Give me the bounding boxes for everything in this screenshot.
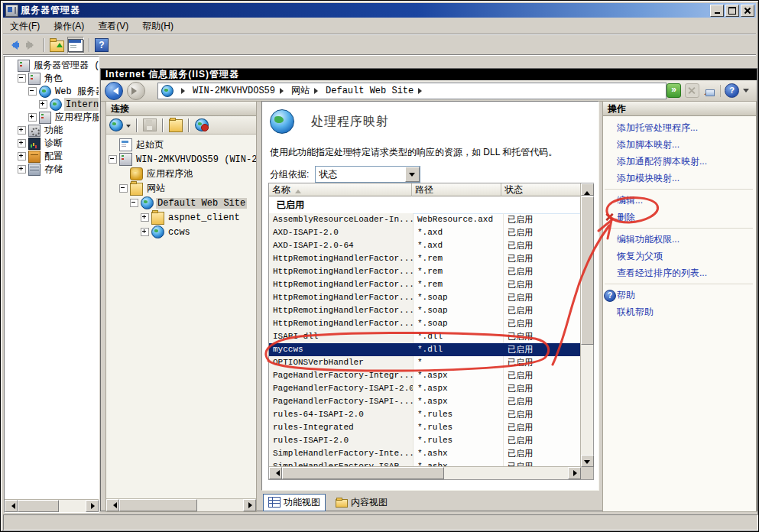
tree-item[interactable]: 网站 [106, 181, 256, 196]
delete-x-icon[interactable] [604, 212, 615, 222]
collapse-icon[interactable] [109, 155, 117, 164]
collapse-icon[interactable] [119, 184, 128, 193]
chevron-down-icon[interactable] [126, 125, 131, 130]
scroll-right-button[interactable] [568, 467, 581, 479]
tree-item[interactable]: WIN-2MKVHVDOS59 (WIN-2MKVH [106, 152, 256, 167]
tree-item[interactable]: 应用程序服务器 [5, 111, 99, 124]
tree-item[interactable]: Internet 信息服务(IIS) [5, 98, 99, 111]
tree-item[interactable]: 角色 [5, 72, 99, 85]
handler-row[interactable]: HttpRemotingHandlerFactor...*.soap已启用 [269, 304, 581, 317]
collapse-icon[interactable] [28, 87, 37, 96]
scroll-thumb[interactable] [119, 499, 197, 511]
connect-globe-icon[interactable] [109, 118, 123, 131]
scroll-left-button[interactable] [106, 499, 119, 511]
action-link[interactable]: 编辑... [617, 195, 643, 206]
tree-item[interactable]: aspnet_client [106, 210, 256, 225]
nav-back-button[interactable] [105, 82, 123, 100]
expand-icon[interactable] [18, 126, 26, 135]
action-link[interactable]: 添加脚本映射... [617, 139, 680, 150]
handler-row[interactable]: PageHandlerFactory-ISAPI-2.0*.aspx已启用 [269, 382, 581, 395]
scroll-thumb[interactable] [581, 196, 594, 345]
menu-item-file[interactable]: 文件(F) [3, 18, 47, 34]
breadcrumb[interactable]: WIN-2MKVHVDOS59网站Default Web Site [157, 83, 667, 99]
minimize-button[interactable] [710, 5, 724, 17]
tree-item[interactable]: 服务器管理器 (W [5, 59, 99, 72]
action-link[interactable]: 帮助 [617, 290, 635, 300]
scroll-left-button[interactable] [5, 500, 18, 512]
scroll-up-button[interactable] [581, 183, 594, 196]
tab-features-view[interactable]: 功能视图 [263, 494, 326, 511]
scroll-left-button[interactable] [269, 467, 282, 479]
disc-globe-icon[interactable] [195, 118, 209, 131]
chevron-down-icon[interactable] [743, 89, 749, 96]
expand-icon[interactable] [18, 165, 26, 174]
menu-item-action[interactable]: 操作(A) [47, 18, 91, 34]
connections-hscrollbar[interactable] [106, 498, 256, 511]
collapse-icon[interactable] [130, 199, 138, 207]
handler-row[interactable]: HttpRemotingHandlerFactor...*.soap已启用 [269, 291, 581, 304]
handler-row[interactable]: HttpRemotingHandlerFactor...*.rem已启用 [269, 252, 581, 265]
expand-icon[interactable] [141, 213, 149, 222]
console-window-icon[interactable] [67, 37, 84, 54]
breadcrumb-item[interactable]: 网站 [291, 84, 310, 97]
handler-row[interactable]: HttpRemotingHandlerFactor...*.rem已启用 [269, 265, 581, 278]
action-link[interactable]: 删除 [617, 212, 635, 222]
menu-item-view[interactable]: 查看(V) [91, 18, 135, 34]
tree-item[interactable]: 存储 [5, 163, 99, 176]
expand-icon[interactable] [39, 100, 47, 109]
menu-item-help[interactable]: 帮助(H) [135, 18, 180, 34]
stop-icon[interactable] [685, 83, 699, 98]
column-header-path[interactable]: 路径 [412, 183, 501, 196]
column-header-state[interactable]: 状态 [501, 183, 581, 196]
breadcrumb-item[interactable]: Default Web Site [326, 86, 414, 96]
expand-icon[interactable] [18, 139, 26, 148]
handler-row[interactable]: HttpRemotingHandlerFactor...*.soap已启用 [269, 317, 581, 330]
restart-icon[interactable] [667, 83, 681, 98]
action-link[interactable]: 添加模块映射... [617, 173, 680, 183]
scroll-down-button[interactable] [581, 455, 594, 467]
action-link[interactable]: 添加托管处理程序... [617, 122, 698, 133]
expand-icon[interactable] [18, 152, 26, 161]
mmc-tree-hscrollbar[interactable] [5, 499, 99, 512]
maximize-button[interactable] [725, 5, 739, 17]
collapse-icon[interactable] [18, 74, 26, 83]
action-link[interactable]: 恢复为父项 [617, 251, 663, 261]
handler-row[interactable]: SimpleHandlerFactory-Inte...*.ashx已启用 [269, 447, 581, 460]
help-btn-icon[interactable] [95, 37, 110, 53]
expand-icon[interactable] [141, 228, 149, 236]
action-link[interactable]: 联机帮助 [617, 307, 654, 317]
table-vscrollbar[interactable] [580, 183, 593, 467]
tree-item[interactable]: 应用程序池 [106, 167, 256, 181]
handler-row[interactable]: ISAPI-dll*.dll已启用 [269, 330, 581, 343]
action-link[interactable]: 编辑功能权限... [617, 234, 680, 245]
handler-row[interactable]: rules-64-ISAPI-2.0*.rules已启用 [269, 408, 581, 421]
handler-row[interactable]: rules-ISAPI-2.0*.rules已启用 [269, 434, 581, 447]
tree-item[interactable]: 功能 [5, 124, 99, 137]
scroll-thumb[interactable] [282, 467, 444, 479]
help-icon[interactable] [725, 83, 739, 98]
tree-item[interactable]: 起始页 [106, 138, 256, 152]
scroll-right-button[interactable] [243, 499, 256, 511]
handler-row[interactable]: OPTIONSVerbHandler*已启用 [269, 356, 581, 369]
group-by-dropdown[interactable]: 状态 [315, 166, 420, 183]
save-floppy-icon[interactable] [143, 118, 157, 131]
tree-item[interactable]: Web 服务器 [5, 85, 99, 98]
expand-icon[interactable] [28, 113, 37, 122]
handler-row[interactable]: AXD-ISAPI-2.0*.axd已启用 [269, 226, 581, 239]
handler-row[interactable]: PageHandlerFactory-ISAPI-...*.aspx已启用 [269, 395, 581, 408]
chevron-down-icon[interactable] [405, 167, 420, 182]
scroll-right-button[interactable] [86, 500, 99, 512]
export-folder-icon[interactable] [50, 37, 65, 53]
forward-arrow-icon[interactable] [24, 37, 39, 53]
handler-row[interactable]: AssemblyResourceLoader-In...WebResource.… [269, 213, 581, 226]
table-hscrollbar[interactable] [269, 466, 581, 479]
tree-item[interactable]: ccws [106, 225, 256, 239]
folder-up-icon[interactable] [169, 119, 183, 132]
column-header-name[interactable]: 名称 [269, 183, 412, 196]
tab-content-view[interactable]: 内容视图 [330, 494, 393, 511]
handler-row[interactable]: rules-Integrated*.rules已启用 [269, 421, 581, 434]
handler-row[interactable]: AXD-ISAPI-2.0-64*.axd已启用 [269, 239, 581, 252]
breadcrumb-item[interactable]: WIN-2MKVHVDOS59 [193, 86, 275, 96]
scroll-thumb[interactable] [18, 500, 59, 512]
action-link[interactable]: 添加通配符脚本映射... [617, 156, 707, 167]
